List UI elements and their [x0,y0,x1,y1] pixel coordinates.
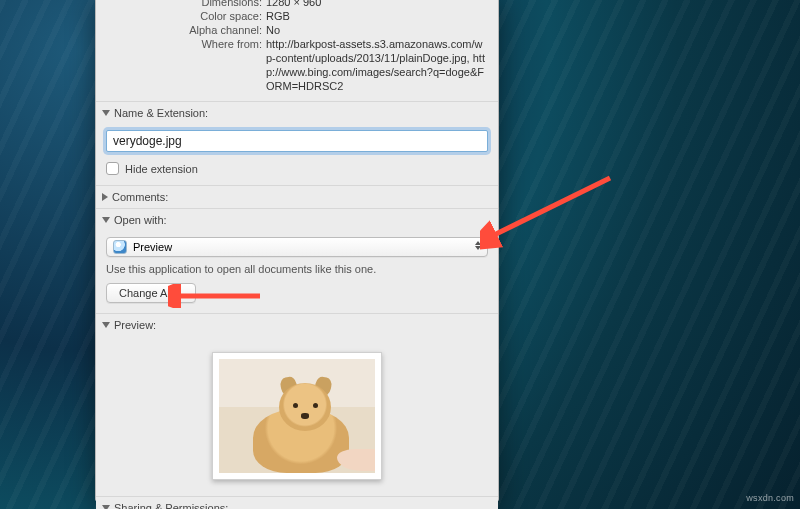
change-all-button[interactable]: Change All… [106,283,196,303]
value-wherefrom: http://barkpost-assets.s3.amazonaws.com/… [266,37,488,93]
doge-image [219,359,375,473]
preview-area [96,336,498,496]
section-title: Name & Extension: [114,107,208,119]
section-title: Comments: [112,191,168,203]
label-colorspace: Color space: [118,9,266,23]
disclosure-triangle-down-icon [102,110,110,116]
svg-line-0 [492,178,610,236]
hide-extension-checkbox[interactable] [106,162,119,175]
disclosure-triangle-down-icon [102,505,110,509]
value-alpha: No [266,23,488,37]
prop-row-colorspace: Color space: RGB [118,9,488,23]
value-dimensions: 1280 × 960 [266,0,488,9]
disclosure-triangle-down-icon [102,217,110,223]
preview-app-icon [113,240,127,254]
filename-input[interactable] [106,130,488,152]
get-info-panel: Dimensions: 1280 × 960 Color space: RGB … [95,0,499,502]
section-title: Open with: [114,214,167,226]
name-extension-body: Hide extension [96,124,498,185]
label-alpha: Alpha channel: [118,23,266,37]
hide-extension-label: Hide extension [125,163,198,175]
section-preview[interactable]: Preview: [96,314,498,336]
prop-row-wherefrom: Where from: http://barkpost-assets.s3.am… [118,37,488,93]
label-dimensions: Dimensions: [118,0,266,9]
hide-extension-row[interactable]: Hide extension [106,162,488,175]
metadata-block: Dimensions: 1280 × 960 Color space: RGB … [96,0,498,101]
disclosure-triangle-down-icon [102,322,110,328]
updown-caret-icon [475,241,481,250]
open-with-hint: Use this application to open all documen… [106,263,488,275]
label-wherefrom: Where from: [118,37,266,93]
open-with-dropdown[interactable]: Preview [106,237,488,257]
change-all-label: Change All… [119,287,183,299]
section-name-extension[interactable]: Name & Extension: [96,102,498,124]
disclosure-triangle-right-icon [102,193,108,201]
annotation-arrow-dropdown [480,170,620,250]
section-open-with[interactable]: Open with: [96,209,498,231]
value-colorspace: RGB [266,9,488,23]
section-sharing-permissions[interactable]: Sharing & Permissions: [96,497,498,509]
section-title: Preview: [114,319,156,331]
prop-row-alpha: Alpha channel: No [118,23,488,37]
prop-row-dimensions: Dimensions: 1280 × 960 [118,0,488,9]
preview-thumbnail [212,352,382,480]
open-with-body: Preview Use this application to open all… [96,231,498,313]
section-title: Sharing & Permissions: [114,502,228,509]
section-comments[interactable]: Comments: [96,186,498,208]
open-with-selected-label: Preview [133,241,172,253]
watermark: wsxdn.com [746,493,794,503]
